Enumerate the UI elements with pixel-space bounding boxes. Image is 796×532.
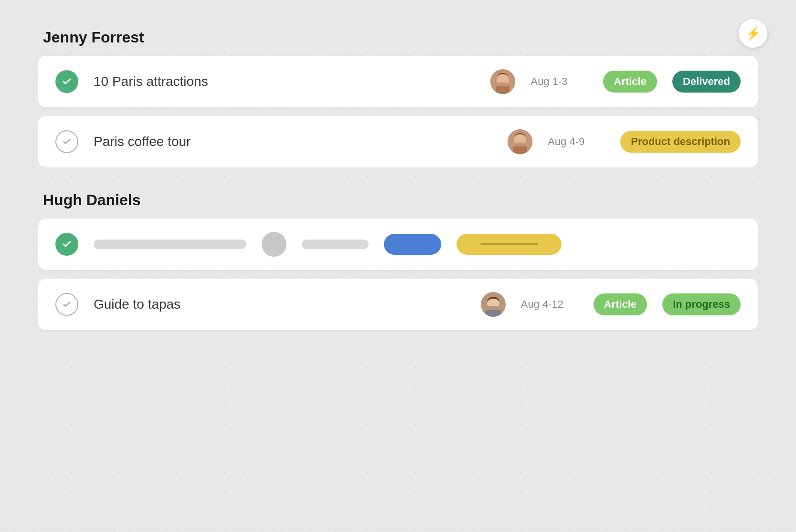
section-title-hugh: Hugh Daniels — [43, 191, 758, 209]
avatar-hugh — [481, 292, 506, 317]
skeleton-badge-blue — [384, 234, 441, 255]
lightning-button[interactable]: ⚡ — [739, 19, 767, 48]
status-icon-completed-filled — [55, 70, 78, 93]
task-date: Aug 4-12 — [521, 298, 578, 311]
svg-rect-7 — [513, 146, 527, 154]
svg-point-6 — [515, 134, 525, 143]
lightning-icon: ⚡ — [745, 26, 761, 41]
section-jenny: Jenny Forrest 10 Paris attractions — [38, 29, 758, 167]
skeleton-date — [302, 240, 369, 249]
section-hugh: Hugh Daniels Guide — [38, 191, 758, 330]
avatar-jenny — [490, 69, 515, 94]
avatar-skeleton — [262, 232, 287, 257]
task-card-skeleton — [38, 219, 758, 270]
task-card-paris-attractions[interactable]: 10 Paris attractions Aug 1-3 Article Del… — [38, 56, 758, 107]
avatar-jenny-2 — [508, 129, 532, 154]
task-date: Aug 1-3 — [531, 75, 588, 88]
task-date: Aug 4-9 — [548, 136, 605, 148]
svg-rect-11 — [486, 310, 501, 317]
badge-in-progress: In progress — [662, 293, 741, 315]
task-card-paris-coffee[interactable]: Paris coffee tour Aug 4-9 Product descri… — [38, 116, 758, 167]
status-icon-completed-outline-2 — [55, 293, 78, 316]
status-icon-completed-outline — [55, 130, 78, 153]
task-card-guide-tapas[interactable]: Guide to tapas Aug 4-12 Article In progr… — [38, 279, 758, 330]
svg-point-2 — [498, 74, 508, 83]
badge-article-2: Article — [594, 293, 647, 315]
task-title: Guide to tapas — [94, 297, 466, 312]
badge-delivered: Delivered — [672, 71, 741, 93]
skeleton-text-title — [94, 240, 246, 249]
badge-product-description: Product description — [620, 131, 741, 153]
svg-rect-3 — [496, 86, 509, 94]
badge-article: Article — [603, 71, 657, 93]
main-content: Jenny Forrest 10 Paris attractions — [38, 29, 758, 330]
skeleton-badge-yellow — [456, 234, 562, 255]
task-title: 10 Paris attractions — [94, 74, 475, 89]
status-icon-completed-filled-2 — [55, 233, 78, 256]
section-title-jenny: Jenny Forrest — [43, 29, 758, 46]
task-title: Paris coffee tour — [94, 134, 492, 149]
